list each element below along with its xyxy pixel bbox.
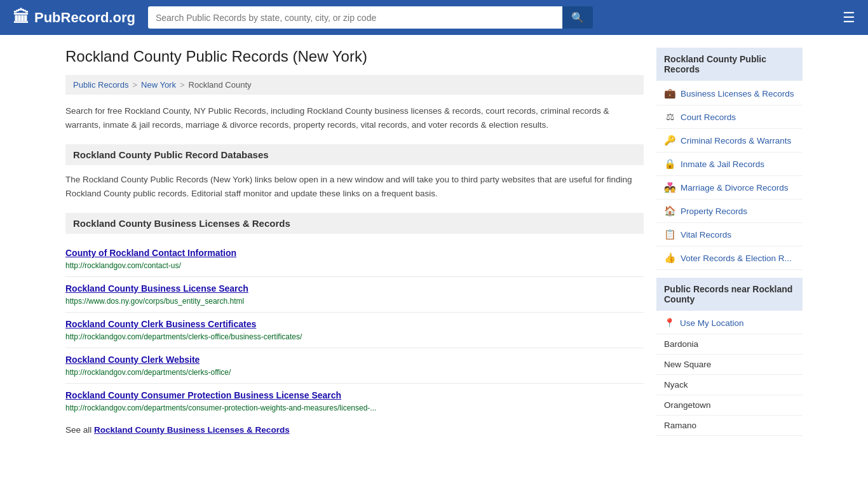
databases-description: The Rockland County Public Records (New … <box>65 173 644 200</box>
link-url-0: http://rocklandgov.com/contact-us/ <box>65 261 181 270</box>
page-description: Search for free Rockland County, NY Publ… <box>65 104 644 132</box>
link-title-3[interactable]: Rockland County Clerk Website <box>65 355 644 365</box>
sidebar-label-1: Court Records <box>681 112 736 122</box>
scales-icon: ⚖ <box>664 111 675 123</box>
search-button[interactable]: 🔍 <box>562 6 593 29</box>
sidebar-item-business[interactable]: 💼 Business Licenses & Records <box>656 82 803 105</box>
sidebar-label-5: Property Records <box>681 207 747 216</box>
sidebar: Rockland County Public Records 💼 Busines… <box>656 48 803 436</box>
business-section-header: Rockland County Business Licenses & Reco… <box>65 213 644 234</box>
search-input[interactable] <box>148 6 562 29</box>
main-content: Rockland County Public Records (New York… <box>65 48 644 436</box>
logo-text: PubRecord.org <box>34 10 135 26</box>
clipboard-icon: 📋 <box>664 229 675 240</box>
breadcrumb-new-york[interactable]: New York <box>141 80 176 90</box>
breadcrumb-sep-2: > <box>180 80 185 90</box>
list-item: Rockland County Clerk Business Certifica… <box>65 313 644 348</box>
see-all-link[interactable]: Rockland County Business Licenses & Reco… <box>94 425 290 435</box>
sidebar-city-newsquare[interactable]: New Square <box>656 355 803 375</box>
lock-icon: 🔒 <box>664 158 675 170</box>
use-my-location-label: Use My Location <box>680 318 744 328</box>
sidebar-item-court[interactable]: ⚖ Court Records <box>656 105 803 129</box>
home-icon: 🏠 <box>664 205 675 217</box>
use-my-location[interactable]: 📍 Use My Location <box>656 312 803 334</box>
see-all-text: See all Rockland County Business License… <box>65 425 644 435</box>
search-bar: 🔍 <box>148 6 593 29</box>
sidebar-city-orangetown[interactable]: Orangetown <box>656 395 803 416</box>
sidebar-city-nyack[interactable]: Nyack <box>656 375 803 395</box>
link-url-3: http://rocklandgov.com/departments/clerk… <box>65 368 231 377</box>
page-title: Rockland County Public Records (New York… <box>65 48 644 65</box>
sidebar-item-voter[interactable]: 👍 Voter Records & Election R... <box>656 247 803 270</box>
breadcrumb-current: Rockland County <box>189 80 252 90</box>
rings-icon: 💑 <box>664 182 675 193</box>
location-icon: 📍 <box>664 318 675 328</box>
link-title-4[interactable]: Rockland County Consumer Protection Busi… <box>65 390 644 400</box>
sidebar-label-0: Business Licenses & Records <box>681 89 794 98</box>
link-title-0[interactable]: County of Rockland Contact Information <box>65 248 644 258</box>
content-wrapper: Rockland County Public Records (New York… <box>53 35 815 449</box>
sidebar-city-bardonia[interactable]: Bardonia <box>656 334 803 355</box>
sidebar-item-vital[interactable]: 📋 Vital Records <box>656 223 803 247</box>
sidebar-label-2: Criminal Records & Warrants <box>681 136 791 146</box>
list-item: County of Rockland Contact Information h… <box>65 241 644 277</box>
thumbsup-icon: 👍 <box>664 252 675 264</box>
sidebar-item-inmate[interactable]: 🔒 Inmate & Jail Records <box>656 152 803 176</box>
menu-button[interactable]: ☰ <box>843 10 855 26</box>
link-title-1[interactable]: Rockland County Business License Search <box>65 283 644 294</box>
breadcrumb-public-records[interactable]: Public Records <box>73 80 128 90</box>
sidebar-section-1-title: Rockland County Public Records <box>656 48 803 81</box>
sidebar-item-property[interactable]: 🏠 Property Records <box>656 200 803 223</box>
breadcrumb: Public Records > New York > Rockland Cou… <box>65 75 644 95</box>
link-url-4: http://rocklandgov.com/departments/consu… <box>65 403 376 412</box>
breadcrumb-sep-1: > <box>132 80 137 90</box>
link-url-2: http://rocklandgov.com/departments/clerk… <box>65 332 302 341</box>
logo-icon: 🏛 <box>13 8 29 27</box>
briefcase-icon: 💼 <box>664 88 675 99</box>
sidebar-label-4: Marriage & Divorce Records <box>681 183 789 193</box>
list-item: Rockland County Business License Search … <box>65 277 644 313</box>
header: 🏛 PubRecord.org 🔍 ☰ <box>0 0 868 35</box>
links-list: County of Rockland Contact Information h… <box>65 241 644 419</box>
link-title-2[interactable]: Rockland County Clerk Business Certifica… <box>65 319 644 329</box>
sidebar-item-criminal[interactable]: 🔑 Criminal Records & Warrants <box>656 129 803 152</box>
link-url-1: https://www.dos.ny.gov/corps/bus_entity_… <box>65 297 244 306</box>
logo-link[interactable]: 🏛 PubRecord.org <box>13 8 135 27</box>
databases-section-header: Rockland County Public Record Databases <box>65 144 644 165</box>
sidebar-label-6: Vital Records <box>681 230 731 240</box>
sidebar-label-3: Inmate & Jail Records <box>681 159 764 169</box>
sidebar-section-2-title: Public Records near Rockland County <box>656 278 803 311</box>
key-icon: 🔑 <box>664 135 675 146</box>
list-item: Rockland County Clerk Website http://roc… <box>65 348 644 384</box>
sidebar-label-7: Voter Records & Election R... <box>681 254 792 263</box>
sidebar-city-ramano[interactable]: Ramano <box>656 416 803 436</box>
sidebar-item-marriage[interactable]: 💑 Marriage & Divorce Records <box>656 176 803 200</box>
list-item: Rockland County Consumer Protection Busi… <box>65 384 644 419</box>
